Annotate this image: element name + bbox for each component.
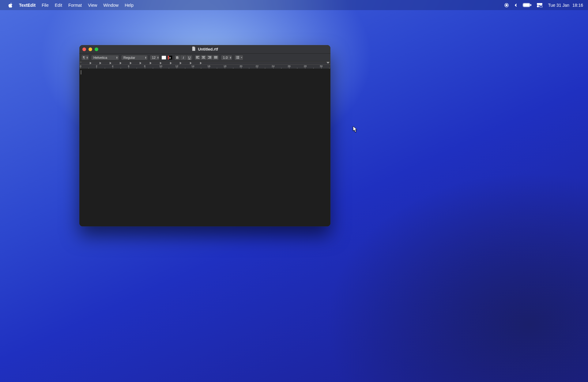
align-justify-button[interactable] [213,55,219,60]
tab-stop-marker[interactable] [100,62,101,64]
minimize-button[interactable] [89,47,92,51]
stepper-arrows-icon: ▴▾ [87,56,88,59]
fill-color-well[interactable] [161,55,166,60]
align-right-button[interactable] [207,55,213,60]
font-style-segment: B I U [174,55,193,60]
paragraph-symbol: ¶ [83,56,85,59]
close-button[interactable] [82,47,86,51]
italic-button[interactable]: I [180,55,187,60]
ruler-number: 30 [320,65,322,68]
tab-stop-marker[interactable] [160,62,162,64]
underline-button[interactable]: U [187,55,193,60]
ruler-tick [201,68,201,69]
ruler-number: 20 [239,65,242,68]
ruler-number: 8 [144,65,145,68]
ruler-number: 22 [256,65,258,68]
tab-stop-marker[interactable] [150,62,152,64]
tab-stop-marker[interactable] [180,62,182,64]
font-size-value: 12 [152,56,156,59]
clock-date: Tue 31 Jan [548,3,569,8]
svg-rect-4 [530,4,531,6]
format-toolbar: ¶ ▴▾ Helvetica ▴▾ Regular ▴▾ 12 ▴▾ a B I… [79,54,330,62]
align-center-button[interactable] [201,55,207,60]
ruler-area: ⎴ 024681012141618202224262830 [79,62,330,69]
align-left-button[interactable] [194,55,201,60]
font-style-select[interactable]: Regular ▴▾ [121,55,148,60]
svg-point-6 [537,5,539,7]
apple-menu[interactable] [5,0,16,10]
tab-stop-marker[interactable] [130,62,132,64]
text-editor-area[interactable] [79,69,330,226]
ruler-tick [233,68,233,69]
svg-rect-3 [523,4,530,6]
ruler-tick [249,68,249,69]
ruler-tick [265,68,265,69]
ruler-number: 2 [96,65,97,68]
stepper-arrows-icon: ▴▾ [157,56,159,59]
ruler-tick [297,68,297,69]
font-style-value: Regular [123,56,135,59]
svg-point-8 [236,56,237,57]
window-title: Untitled.rtf [198,47,218,51]
menu-view[interactable]: View [85,0,100,10]
menubar: TextEdit File Edit Format View Window He… [0,0,588,10]
ruler-number: 26 [288,65,290,68]
ruler-number: 12 [175,65,178,68]
ruler-number: 28 [304,65,307,68]
tab-stop-marker[interactable] [110,62,111,64]
ruler-tick [153,68,153,69]
ruler-number: 10 [159,65,162,68]
zoom-button[interactable] [95,47,98,51]
font-family-select[interactable]: Helvetica ▴▾ [91,55,119,60]
svg-point-10 [236,58,237,59]
font-size-select[interactable]: 12 ▴▾ [150,55,160,60]
menu-format[interactable]: Format [65,0,85,10]
menu-file[interactable]: File [39,0,52,10]
ruler-number: 0 [80,65,81,68]
svg-point-9 [236,57,237,58]
bold-button[interactable]: B [174,55,180,60]
screen-record-icon[interactable] [504,3,509,7]
list-style-select[interactable]: ▾ [234,55,243,60]
ruler-tick [329,68,330,69]
menu-help[interactable]: Help [122,0,137,10]
ruler-number: 18 [224,65,226,68]
tab-stop-marker[interactable] [90,62,92,64]
ruler-number: 14 [191,65,194,68]
titlebar[interactable]: Untitled.rtf [79,45,330,54]
control-center-icon[interactable] [537,3,542,7]
text-color-well[interactable]: a [168,55,172,60]
right-margin-marker[interactable] [326,62,330,64]
menubar-clock[interactable]: Tue 31 Jan 18:16 [548,3,583,8]
traffic-lights [82,47,98,51]
menu-edit[interactable]: Edit [52,0,65,10]
menu-window[interactable]: Window [100,0,122,10]
tab-stop-marker[interactable] [190,62,192,64]
document-icon [192,47,196,52]
tab-stop-marker[interactable] [200,62,202,64]
ruler-number: 6 [128,65,130,68]
mouse-pointer-icon [353,126,358,134]
paragraph-style-select[interactable]: ¶ ▴▾ [81,55,89,60]
app-name-menu[interactable]: TextEdit [16,0,39,10]
svg-rect-5 [537,3,542,5]
ruler-tick [281,68,281,69]
tab-stops-row[interactable]: ⎴ [79,62,330,64]
stepper-arrows-icon: ▴▾ [116,56,118,59]
chevron-left-icon[interactable] [514,3,517,7]
tab-stop-marker[interactable] [170,62,172,64]
tab-stop-marker[interactable] [120,62,122,64]
ruler-tick [105,68,105,69]
ruler-tick [89,68,89,69]
tab-stop-marker[interactable] [140,62,141,64]
battery-icon[interactable] [523,3,531,7]
ruler-number: 24 [272,65,274,68]
clock-time: 18:16 [572,3,583,8]
ruler-tick [169,68,169,69]
ruler-number: 4 [112,65,113,68]
textedit-window: Untitled.rtf ¶ ▴▾ Helvetica ▴▾ Regular ▴… [79,45,330,226]
list-icon [236,56,239,59]
line-spacing-select[interactable]: 1.0 ▴▾ [221,55,232,60]
ruler-number: 16 [207,65,210,68]
ruler[interactable]: 024681012141618202224262830 [79,64,330,69]
